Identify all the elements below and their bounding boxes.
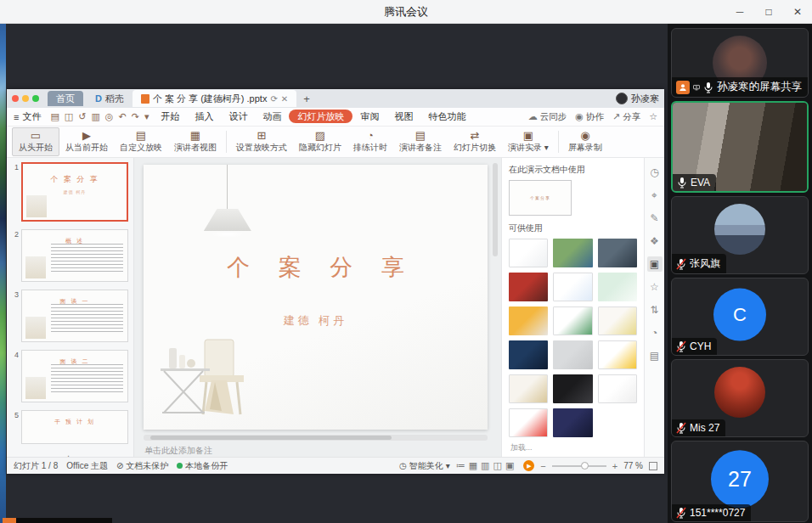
red-dot-icon[interactable] — [12, 95, 19, 102]
vertical-scrollbar[interactable] — [493, 163, 498, 256]
ribbon-演讲者视图[interactable]: ▦演讲者视图 — [168, 128, 223, 155]
template-thumbnail-4[interactable] — [553, 273, 592, 301]
normal-view-icon[interactable]: ▦ — [469, 460, 477, 470]
preview-icon[interactable]: ◎ — [103, 111, 116, 121]
template-thumbnail-12[interactable] — [509, 374, 548, 403]
more-icon[interactable]: ▾ — [142, 111, 152, 121]
participant-tile-151[interactable]: 27 151****0727 — [671, 441, 809, 522]
print-icon[interactable]: ▥ — [88, 111, 102, 121]
fullscreen-icon[interactable] — [649, 462, 657, 470]
menu-1[interactable]: 插入 — [187, 110, 221, 123]
ribbon-自定义放映[interactable]: ▤自定义放映 — [114, 128, 168, 155]
new-tab-button[interactable]: + — [303, 93, 310, 105]
image-icon[interactable]: ▤ — [647, 348, 663, 363]
file-menu[interactable]: ≡ 文件 — [14, 110, 41, 123]
redo-icon[interactable]: ↷ — [129, 111, 142, 121]
template-thumbnail-8[interactable] — [598, 306, 637, 335]
timer-icon[interactable]: ◔ — [647, 325, 663, 340]
template-thumbnail-11[interactable] — [598, 340, 637, 369]
zoom-in-button[interactable]: + — [612, 461, 617, 471]
ribbon-label-7: 演讲者备注 — [399, 142, 442, 154]
participant-tile-cyh[interactable]: C CYH — [671, 278, 809, 356]
menu-7[interactable]: 特色功能 — [420, 110, 473, 123]
slide-thumbnail-4[interactable]: 4面 谈 二 — [8, 350, 128, 402]
save-icon[interactable]: ◫ — [62, 111, 76, 121]
yellow-dot-icon[interactable] — [22, 95, 29, 102]
participant-name: 孙凌寒的屏幕共享 — [717, 80, 802, 94]
template-thumbnail-10[interactable] — [553, 340, 592, 369]
template-thumbnail-2[interactable] — [598, 239, 637, 267]
slideshow-play-button[interactable]: ▶ — [523, 460, 534, 471]
export-icon[interactable]: ↺ — [76, 111, 88, 121]
template-thumbnail-6[interactable] — [509, 306, 548, 335]
backup-status[interactable]: 本地备份开 — [177, 460, 228, 472]
current-theme-thumbnail[interactable]: 个案分享 — [509, 180, 572, 216]
edit-icon[interactable]: ✎ — [647, 211, 663, 226]
zoom-out-button[interactable]: − — [540, 461, 545, 471]
reading-view-icon[interactable]: ◫ — [493, 460, 502, 470]
template-thumbnail-9[interactable] — [509, 340, 548, 369]
share-button[interactable]: ↗分享 — [612, 111, 640, 123]
animation-icon[interactable]: ❖ — [647, 233, 663, 249]
menu-5[interactable]: 审阅 — [352, 110, 386, 123]
horizontal-scrollbar[interactable] — [144, 435, 488, 441]
participant-tile-mis27[interactable]: Mis 27 — [671, 359, 809, 437]
ribbon-演讲者备注[interactable]: ▤演讲者备注 — [393, 128, 448, 155]
template-thumbnail-15[interactable] — [509, 408, 548, 437]
zoom-slider[interactable] — [552, 465, 606, 467]
template-thumbnail-13[interactable] — [553, 374, 592, 403]
tab-docer[interactable]: D 稻壳 — [87, 91, 133, 106]
template-thumbnail-0[interactable] — [509, 239, 548, 267]
cloud-sync-button[interactable]: ☁云同步 — [528, 111, 567, 123]
template-thumbnail-14[interactable] — [598, 374, 637, 403]
lock-icon[interactable]: ⌖ — [647, 188, 663, 203]
current-slide[interactable]: 个 案 分 享 建德 柯丹 — [144, 165, 488, 430]
settings-icon[interactable]: ⇅ — [647, 302, 663, 318]
protect-status[interactable]: ⊘ 文档未保护 — [116, 460, 168, 472]
ribbon-从头开始[interactable]: ▭从头开始 — [12, 127, 59, 156]
sorter-view-icon[interactable]: ▥ — [481, 460, 489, 470]
template-thumbnail-1[interactable] — [553, 239, 592, 267]
notes-view-icon[interactable]: ▣ — [505, 460, 514, 470]
template-thumbnail-3[interactable] — [509, 273, 548, 301]
ribbon-屏幕录制[interactable]: ◉屏幕录制 — [562, 128, 608, 155]
menu-6[interactable]: 视图 — [386, 110, 420, 123]
outline-view-icon[interactable]: ≔ — [456, 460, 465, 470]
template-thumbnail-16[interactable] — [553, 408, 592, 437]
notes-placeholder[interactable]: 单击此处添加备注 — [144, 445, 212, 457]
star-icon[interactable]: ☆ — [647, 279, 663, 295]
participant-tile-screenshare[interactable]: 孙凌寒的屏幕共享 — [671, 28, 809, 98]
tab-home[interactable]: 首页 — [48, 91, 83, 106]
ribbon-幻灯片切换[interactable]: ⇄幻灯片切换 — [448, 128, 502, 155]
menu-0[interactable]: 开始 — [153, 110, 187, 123]
participant-tile-eva[interactable]: EVA — [671, 101, 809, 193]
slide-thumbnail-2[interactable]: 2概 述 — [8, 229, 128, 282]
history-icon[interactable]: ◷ — [647, 165, 663, 180]
tab-document[interactable]: 个 案 分 享 (建德柯丹) .pptx ⟳ ✕ — [133, 90, 296, 107]
green-dot-icon[interactable] — [32, 95, 39, 102]
slide-thumbnail-3[interactable]: 3面 谈 一 — [8, 290, 128, 342]
participant-tile-zhangfengqi[interactable]: 张风旗 — [671, 196, 809, 274]
ribbon-排练计时[interactable]: ◔排练计时 — [347, 128, 393, 155]
collaborate-button[interactable]: ◉协作 — [575, 111, 604, 123]
sync-icon[interactable]: ⟳ — [270, 94, 277, 104]
favorite-star-button[interactable]: ☆ — [649, 111, 657, 122]
undo-icon[interactable]: ↶ — [116, 111, 128, 121]
ribbon-演讲实录[interactable]: ▣演讲实录 ▾ — [502, 128, 555, 155]
ribbon-设置放映方式[interactable]: ⊞设置放映方式 — [230, 128, 293, 155]
menu-3[interactable]: 动画 — [255, 110, 289, 123]
slide-thumbnail-5[interactable]: 5干 预 计 划 — [8, 410, 128, 444]
theme-name[interactable]: Office 主题 — [66, 460, 108, 472]
slide-design-icon[interactable]: ▣ — [647, 256, 663, 272]
close-tab-icon[interactable]: ✕ — [281, 94, 288, 104]
ribbon-隐藏幻灯片[interactable]: ▨隐藏幻灯片 — [293, 128, 347, 155]
open-icon[interactable]: ▤ — [48, 111, 61, 121]
slide-thumbnail-1[interactable]: 1个 案 分 享建德 柯丹 — [8, 162, 128, 222]
menu-4[interactable]: 幻灯片放映 — [289, 110, 352, 123]
smart-beautify-button[interactable]: ◷ 智能美化 ▾ — [399, 460, 450, 472]
wps-account[interactable]: 孙凌寒 — [616, 93, 659, 105]
template-thumbnail-5[interactable] — [598, 273, 637, 301]
menu-2[interactable]: 设计 — [221, 110, 255, 123]
template-thumbnail-7[interactable] — [553, 306, 592, 335]
ribbon-从当前开始[interactable]: ▶从当前开始 — [59, 128, 114, 155]
